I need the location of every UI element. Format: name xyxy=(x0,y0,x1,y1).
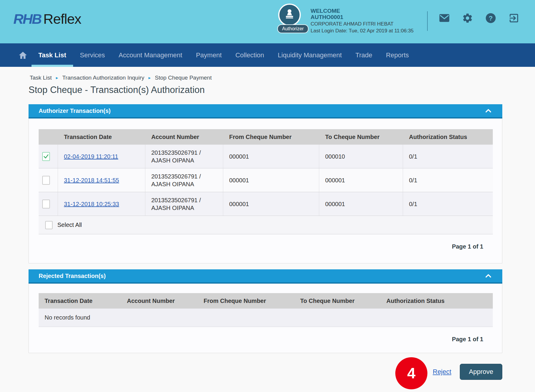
to-cheque-cell: 000001 xyxy=(319,192,403,216)
reject-link[interactable]: Reject xyxy=(433,368,451,376)
user-avatar-block: Authorizer xyxy=(277,4,302,33)
last-login-text: Last Login Date: Tue, 02 Apr 2019 at 11:… xyxy=(311,28,414,34)
role-badge: Authorizer xyxy=(277,24,309,33)
account-number-cell: 20135235026791 / AJASH OIPANA xyxy=(151,196,215,212)
nav-item-services[interactable]: Services xyxy=(73,43,112,67)
action-bar: 4 Reject Approve xyxy=(0,355,535,391)
logout-icon[interactable] xyxy=(508,12,520,24)
nav-item-reports[interactable]: Reports xyxy=(379,43,416,67)
gear-icon[interactable] xyxy=(462,12,473,24)
welcome-text: WELCOME xyxy=(311,8,414,14)
home-icon[interactable] xyxy=(14,43,32,67)
rejected-panel-header: Rejected Transaction(s) xyxy=(29,269,502,284)
stamp-avatar-icon xyxy=(283,8,296,22)
from-cheque-cell: 000001 xyxy=(223,192,319,216)
authorizer-pagination: Page 1 of 1 xyxy=(39,243,483,250)
to-cheque-cell: 000010 xyxy=(319,145,403,168)
transaction-date-link[interactable]: 02-04-2019 11:20:11 xyxy=(64,153,118,160)
top-header: RHBReflex Authorizer WELCOME AUTHO0001 C… xyxy=(0,0,535,43)
column-header-account-number: Account Number xyxy=(121,298,198,304)
app-logo: RHBReflex xyxy=(13,11,81,27)
rejected-pagination: Page 1 of 1 xyxy=(39,336,483,343)
authorizer-table-header: Transaction Date Account Number From Che… xyxy=(39,129,493,145)
breadcrumb-task-list[interactable]: Task List xyxy=(30,75,52,81)
chevron-up-icon[interactable] xyxy=(483,271,493,281)
column-header-from-cheque-number: From Cheque Number xyxy=(223,134,319,140)
row-checkbox[interactable] xyxy=(42,200,50,208)
rejected-table-header: Transaction Date Account Number From Che… xyxy=(39,293,493,309)
logo-reflex: Reflex xyxy=(43,11,81,27)
breadcrumb-stop-cheque-payment[interactable]: Stop Cheque Payment xyxy=(155,75,212,81)
breadcrumb-arrow-icon: ▸ xyxy=(148,75,151,80)
table-row: 31-12-2018 10:25:33 20135235026791 / AJA… xyxy=(39,192,493,216)
rejected-transactions-panel: Rejected Transaction(s) Transaction Date… xyxy=(29,269,502,353)
nav-item-payment[interactable]: Payment xyxy=(189,43,229,67)
authorizer-transactions-panel: Authorizer Transaction(s) Transaction Da… xyxy=(29,104,502,263)
column-header-to-cheque-number: To Cheque Number xyxy=(319,134,403,140)
table-row: 31-12-2018 14:51:55 20135235026791 / AJA… xyxy=(39,168,493,192)
breadcrumb-transaction-authorization-inquiry[interactable]: Transaction Authorization Inquiry xyxy=(62,75,144,81)
from-cheque-cell: 000001 xyxy=(223,168,319,192)
transaction-date-link[interactable]: 31-12-2018 14:51:55 xyxy=(64,176,119,184)
authorizer-panel-body: Transaction Date Account Number From Che… xyxy=(29,118,502,263)
transaction-date-link[interactable]: 31-12-2018 10:25:33 xyxy=(64,200,119,208)
column-header-authorization-status: Authorization Status xyxy=(403,134,493,140)
authorization-status-cell: 0/1 xyxy=(403,168,493,192)
content-area: Task List ▸ Transaction Authorization In… xyxy=(0,75,535,392)
breadcrumb-arrow-icon: ▸ xyxy=(56,75,58,80)
annotation-step-badge: 4 xyxy=(395,357,427,389)
rejected-panel-body: Transaction Date Account Number From Che… xyxy=(29,284,502,353)
account-number-cell: 20135235026791 / AJASH OIPANA xyxy=(151,149,215,164)
nav-item-task-list[interactable]: Task List xyxy=(32,43,73,67)
column-header-transaction-date: Transaction Date xyxy=(58,134,145,140)
authorization-status-cell: 0/1 xyxy=(403,145,493,168)
page-title: Stop Cheque - Transaction(s) Authorizati… xyxy=(29,85,535,95)
no-records-message: No records found xyxy=(39,309,493,327)
from-cheque-cell: 000001 xyxy=(223,145,319,168)
column-header-account-number: Account Number xyxy=(145,134,223,140)
authorizer-panel-title: Authorizer Transaction(s) xyxy=(39,108,111,114)
row-checkbox-checked[interactable] xyxy=(42,152,50,161)
account-number-cell: 20135235026791 / AJASH OIPANA xyxy=(151,173,215,188)
authorization-status-cell: 0/1 xyxy=(403,192,493,216)
to-cheque-cell: 000001 xyxy=(319,168,403,192)
header-divider xyxy=(427,11,428,31)
column-header-transaction-date: Transaction Date xyxy=(39,298,121,304)
row-checkbox[interactable] xyxy=(42,176,50,185)
chevron-up-icon[interactable] xyxy=(483,106,493,116)
column-header-from-cheque-number: From Cheque Number xyxy=(198,298,294,304)
username-text: AUTHO0001 xyxy=(311,14,414,20)
header-icons: ? xyxy=(439,12,520,24)
help-icon[interactable]: ? xyxy=(485,12,496,24)
breadcrumb: Task List ▸ Transaction Authorization In… xyxy=(30,75,535,81)
nav-item-account-management[interactable]: Account Management xyxy=(112,43,189,67)
approve-button[interactable]: Approve xyxy=(460,364,502,380)
nav-item-collection[interactable]: Collection xyxy=(229,43,271,67)
authorizer-table: Transaction Date Account Number From Che… xyxy=(39,129,493,234)
rejected-panel-title: Rejected Transaction(s) xyxy=(39,273,106,279)
main-nav: Task List Services Account Management Pa… xyxy=(0,43,535,67)
nav-item-trade[interactable]: Trade xyxy=(349,43,379,67)
select-all-checkbox[interactable] xyxy=(45,221,53,229)
logo-rhb: RHB xyxy=(13,11,41,27)
avatar xyxy=(278,4,301,26)
table-row: 02-04-2019 11:20:11 20135235026791 / AJA… xyxy=(39,145,493,168)
select-all-label: Select All xyxy=(57,222,82,228)
company-text: CORPORATE AHMAD FITRI HEBAT xyxy=(311,21,414,27)
nav-item-liquidity-management[interactable]: Liquidity Management xyxy=(271,43,349,67)
authorizer-panel-header: Authorizer Transaction(s) xyxy=(29,104,502,118)
rejected-table: Transaction Date Account Number From Che… xyxy=(39,293,493,327)
column-header-authorization-status: Authorization Status xyxy=(380,298,493,304)
select-all-row: Select All xyxy=(39,216,493,234)
column-header-to-cheque-number: To Cheque Number xyxy=(294,298,380,304)
user-info: WELCOME AUTHO0001 CORPORATE AHMAD FITRI … xyxy=(311,8,414,34)
mail-icon[interactable] xyxy=(439,12,450,24)
svg-text:?: ? xyxy=(489,15,493,22)
